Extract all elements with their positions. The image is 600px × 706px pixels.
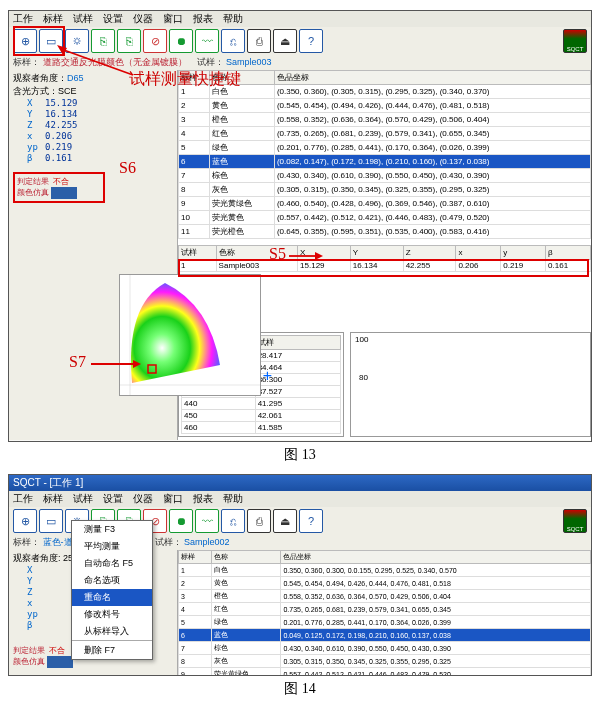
p14e: Sample002 — [184, 537, 230, 547]
tb-add-std-icon[interactable]: ⊕ — [13, 509, 37, 533]
left-panel: 观察者角度：D65 含光方式：SCE X15.129 Y16.134 Z42.2… — [9, 70, 177, 440]
tb-undo-icon[interactable]: ⎌ — [221, 29, 245, 53]
menu-window[interactable]: 窗口 — [163, 12, 183, 26]
cm-editcode[interactable]: 修改料号 — [72, 606, 152, 623]
table-row[interactable]: 9荧光黄绿色(0.460, 0.540), (0.428, 0.496), (0… — [179, 197, 591, 211]
spec-h1: 试样 — [255, 336, 340, 350]
tb-wave-icon[interactable]: 〰 — [195, 29, 219, 53]
right-panel-14: 标样色称色品坐标 1白色0.350, 0.360, 0.300, 0.0.155… — [177, 550, 591, 676]
cell: (0.350, 0.360), (0.305, 0.315), (0.295, … — [274, 85, 590, 99]
menu-report[interactable]: 报表 — [193, 12, 213, 26]
cell: 2 — [179, 577, 212, 590]
cm-autoname[interactable]: 自动命名 F5 — [72, 555, 152, 572]
cm-avg[interactable]: 平均测量 — [72, 538, 152, 555]
svg-marker-5 — [315, 252, 323, 260]
annot-arrow-s5 — [289, 251, 323, 261]
cm-delete[interactable]: 删除 F7 — [72, 642, 152, 659]
cm-measure[interactable]: 测量 F3 — [72, 521, 152, 538]
menu-help[interactable]: 帮助 — [223, 492, 243, 506]
menubar: 工作 标样 试样 设置 仪器 窗口 报表 帮助 — [9, 11, 591, 27]
table-row[interactable]: 3橙色(0.558, 0.352), (0.636, 0.364), (0.57… — [179, 113, 591, 127]
menu-setting[interactable]: 设置 — [103, 12, 123, 26]
table-row[interactable]: 4红色(0.735, 0.265), (0.681, 0.239), (0.57… — [179, 127, 591, 141]
tb-record-icon[interactable]: ⏺ — [169, 509, 193, 533]
table-row[interactable]: 1白色0.350, 0.360, 0.300, 0.0.155, 0.295, … — [179, 564, 591, 577]
cm-nameopt[interactable]: 命名选项 — [72, 572, 152, 589]
standards-table: 标样色称色品坐标 1白色(0.350, 0.360), (0.305, 0.31… — [178, 70, 591, 239]
menu-std[interactable]: 标样 — [43, 12, 63, 26]
table-row[interactable]: 4红色0.735, 0.265, 0.681, 0.239, 0.579, 0.… — [179, 603, 591, 616]
svg-line-2 — [61, 49, 133, 75]
val-Z: 42.255 — [45, 120, 78, 130]
table-row[interactable]: 7棕色(0.430, 0.340), (0.610, 0.390), (0.55… — [179, 169, 591, 183]
table-row[interactable]: 5绿色0.201, 0.776, 0.285, 0.441, 0.170, 0.… — [179, 616, 591, 629]
swatch-14 — [47, 656, 73, 668]
menu-report[interactable]: 报表 — [193, 492, 213, 506]
cell: 0.545, 0.454, 0.494, 0.426, 0.444, 0.476… — [281, 577, 591, 590]
menu-window[interactable]: 窗口 — [163, 492, 183, 506]
cie-xy-chart: + — [119, 274, 261, 396]
tb-delete-icon[interactable]: ⊘ — [143, 29, 167, 53]
menu-instr[interactable]: 仪器 — [133, 12, 153, 26]
table-row[interactable]: 6蓝色(0.082, 0.147), (0.172, 0.198), (0.21… — [179, 155, 591, 169]
menubar-14: 工作 标样 试样 设置 仪器 窗口 报表 帮助 — [9, 491, 591, 507]
val-x: 0.206 — [45, 131, 72, 141]
cell: 蓝色 — [209, 155, 274, 169]
annot-arrow-s7 — [91, 359, 141, 369]
judge1-label: 判定结果 — [17, 177, 49, 186]
lab-y: yp — [27, 142, 45, 153]
tb-print-icon[interactable]: ⎙ — [247, 29, 271, 53]
menu-help[interactable]: 帮助 — [223, 12, 243, 26]
tb-record-icon[interactable]: ⏺ — [169, 29, 193, 53]
table-row[interactable]: 3橙色0.558, 0.352, 0.636, 0.364, 0.570, 0.… — [179, 590, 591, 603]
table-row[interactable]: 5绿色(0.201, 0.776), (0.285, 0.441), (0.17… — [179, 141, 591, 155]
tb-export-icon[interactable]: ⏏ — [273, 29, 297, 53]
table-row[interactable]: 2黄色0.545, 0.454, 0.494, 0.426, 0.444, 0.… — [179, 577, 591, 590]
menu-sample[interactable]: 试样 — [73, 12, 93, 26]
left-panel-14: 观察者角度: 25 X Y Z x yp β 判定结果 不合 颜色仿真 测量 F… — [9, 550, 177, 676]
cell: 9 — [179, 668, 212, 677]
table-row[interactable]: 7棕色0.430, 0.340, 0.610, 0.390, 0.550, 0.… — [179, 642, 591, 655]
table-row[interactable]: 8灰色0.305, 0.315, 0.350, 0.345, 0.325, 0.… — [179, 655, 591, 668]
cell: 白色 — [212, 564, 281, 577]
cell: 棕色 — [212, 642, 281, 655]
cm-import[interactable]: 从标样导入 — [72, 623, 152, 640]
cell: 41.585 — [255, 422, 340, 434]
tb-print-icon[interactable]: ⎙ — [247, 509, 271, 533]
j14-1l: 判定结果 — [13, 646, 45, 655]
tb-undo-icon[interactable]: ⎌ — [221, 509, 245, 533]
menu-work[interactable]: 工作 — [13, 492, 33, 506]
menu-setting[interactable]: 设置 — [103, 492, 123, 506]
cell: 37.527 — [255, 386, 340, 398]
table-row[interactable]: 11荧光橙色(0.645, 0.355), (0.595, 0.351), (0… — [179, 225, 591, 239]
cell: 荧光橙色 — [209, 225, 274, 239]
tb-wave-icon[interactable]: 〰 — [195, 509, 219, 533]
tb-help-icon[interactable]: ? — [299, 29, 323, 53]
cell: (0.460, 0.540), (0.428, 0.496), (0.369, … — [274, 197, 590, 211]
l14-Z: Z — [27, 587, 45, 598]
path-sample-label: 试样： — [197, 57, 224, 67]
menu-sample[interactable]: 试样 — [73, 492, 93, 506]
cell: 5 — [179, 616, 212, 629]
tb-export-icon[interactable]: ⏏ — [273, 509, 297, 533]
table-row[interactable]: 2黄色(0.545, 0.454), (0.494, 0.426), (0.44… — [179, 99, 591, 113]
cell: 橙色 — [212, 590, 281, 603]
sh0: 试样 — [179, 246, 217, 260]
fig13-caption: 图 13 — [8, 442, 592, 474]
table-row[interactable]: 8灰色(0.305, 0.315), (0.350, 0.345), (0.32… — [179, 183, 591, 197]
sh4: Z — [403, 246, 456, 260]
sh7: β — [546, 246, 591, 260]
menu-instr[interactable]: 仪器 — [133, 492, 153, 506]
table-row[interactable]: 10荧光黄色(0.557, 0.442), (0.512, 0.421), (0… — [179, 211, 591, 225]
menu-work[interactable]: 工作 — [13, 12, 33, 26]
annot-s7-label: S7 — [69, 353, 86, 371]
cm-rename[interactable]: 重命名 — [72, 589, 152, 606]
menu-std[interactable]: 标样 — [43, 492, 63, 506]
sh3: Y — [350, 246, 403, 260]
tb-add-sample-icon[interactable]: ▭ — [39, 509, 63, 533]
tb-help-icon[interactable]: ? — [299, 509, 323, 533]
annot-s6-label: S6 — [119, 159, 136, 177]
table-row[interactable]: 6蓝色0.049, 0.125, 0.172, 0.198, 0.210, 0.… — [179, 629, 591, 642]
table-row[interactable]: 9荧光黄绿色0.557, 0.442, 0.512, 0.421, 0.446,… — [179, 668, 591, 677]
cell: 绿色 — [212, 616, 281, 629]
